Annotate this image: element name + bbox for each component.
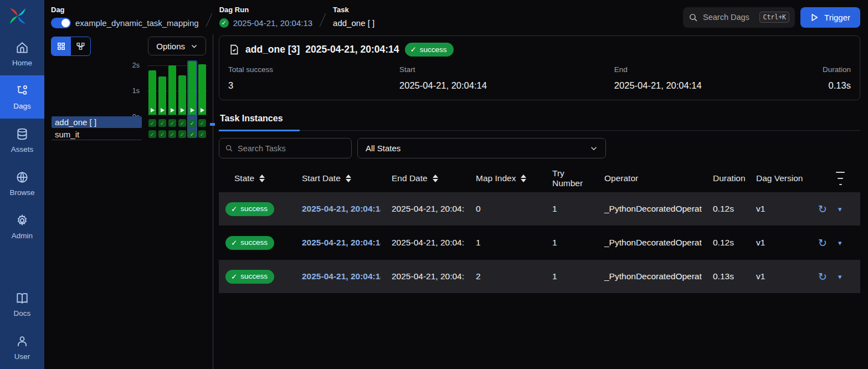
task-instance-square[interactable]: ✓ [188, 130, 196, 138]
task-run-date: 2025-04-21, 20:04:14 [305, 44, 399, 55]
book-icon [15, 291, 29, 305]
search-dags-input[interactable]: Search Dags Ctrl+K [683, 7, 795, 28]
sidebar-item-docs[interactable]: Docs [0, 283, 44, 326]
check-icon: ✓ [231, 238, 237, 247]
clear-task-icon[interactable]: ↻ [818, 271, 827, 282]
sidebar-item-label: Admin [12, 232, 33, 240]
sidebar-item-label: User [14, 352, 30, 361]
dag-pause-toggle[interactable] [51, 18, 71, 28]
task-instance-square[interactable]: ✓ [198, 130, 206, 138]
task-title: add_one [3] [245, 44, 300, 55]
run-duration-bar[interactable] [168, 65, 176, 115]
start-date-link[interactable]: 2025-04-21, 20:04:14 [291, 204, 381, 214]
grid-view-button[interactable] [52, 37, 71, 55]
clear-task-icon[interactable]: ↻ [818, 238, 827, 248]
sidebar-item-user[interactable]: User [0, 326, 44, 369]
chevron-down-icon [191, 43, 198, 50]
clear-task-icon[interactable]: ↻ [818, 204, 827, 214]
task-instance-square[interactable]: ✓ [148, 119, 156, 127]
task-name: add_one [ ] [333, 18, 374, 28]
stat-duration: Duration 0.13s [801, 65, 851, 91]
axis-tick: 1s [132, 87, 140, 95]
play-icon [201, 108, 204, 112]
dag-run-date-link[interactable]: 2025-04-21, 20:04:13 [233, 18, 312, 28]
state-filter-value: All States [366, 144, 400, 153]
task-stats: Total success 3 Start 2025-04-21, 20:04:… [228, 65, 851, 91]
task-detail-panel: add_one [3] 2025-04-21, 20:04:14 ✓ succe… [213, 34, 868, 369]
start-date-link[interactable]: 2025-04-21, 20:04:14 [291, 271, 381, 281]
sidebar-item-admin[interactable]: Admin [0, 205, 44, 248]
task-list-item-sum-it[interactable]: sum_it [52, 129, 142, 140]
task-instance-square[interactable]: ✓ [158, 119, 166, 127]
check-icon: ✓ [231, 204, 237, 213]
task-list: add_one [ ] sum_it [52, 116, 142, 141]
run-duration-bar[interactable] [148, 70, 156, 115]
column-map-index[interactable]: Map Index [465, 173, 541, 183]
sidebar-item-label: Assets [11, 145, 34, 153]
dag-name-link[interactable]: example_dynamic_task_mapping [75, 18, 199, 28]
view-toggle [51, 37, 91, 56]
column-end-date[interactable]: End Date [381, 173, 465, 183]
row-menu-caret-icon[interactable]: ▾ [838, 273, 842, 281]
search-tasks-field[interactable] [219, 138, 352, 158]
column-start-date[interactable]: Start Date [291, 173, 381, 183]
run-column: ✓ ✓ [167, 60, 177, 138]
selected-task-indicator [210, 123, 215, 126]
row-menu-caret-icon[interactable]: ▾ [838, 205, 842, 213]
map-index: 1 [465, 238, 541, 248]
run-duration-bar[interactable] [178, 75, 186, 115]
airflow-pinwheel-icon [8, 6, 28, 26]
state-filter-select[interactable]: All States [357, 138, 606, 158]
task-instance-square[interactable]: ✓ [198, 119, 206, 127]
task-instance-square[interactable]: ✓ [188, 119, 196, 127]
task-instance-square[interactable]: ✓ [178, 130, 186, 138]
sort-icon [346, 175, 351, 182]
search-dags-placeholder: Search Dags [703, 13, 754, 22]
airflow-logo[interactable] [0, 0, 44, 32]
sidebar-item-browse[interactable]: Browse [0, 162, 44, 205]
task-instance-square[interactable]: ✓ [158, 130, 166, 138]
start-date-link[interactable]: 2025-04-21, 20:04:14 [291, 238, 381, 248]
sidebar-item-label: Docs [14, 309, 31, 317]
sidebar-item-assets[interactable]: Assets [0, 119, 44, 162]
globe-icon [15, 170, 29, 184]
graph-view-button[interactable] [71, 37, 90, 55]
tab-task-instances[interactable]: Task Instances [219, 110, 284, 130]
breadcrumb-separator [320, 13, 326, 27]
options-label: Options [156, 42, 185, 51]
sidebar-item-dags[interactable]: Dags [0, 75, 44, 119]
table-row[interactable]: ✓success 2025-04-21, 20:04:14 2025-04-21… [219, 226, 860, 259]
row-menu-caret-icon[interactable]: ▾ [838, 239, 842, 247]
trigger-label: Trigger [824, 13, 850, 22]
table-row[interactable]: ✓success 2025-04-21, 20:04:14 2025-04-21… [219, 259, 860, 293]
dag-version: v1 [745, 238, 809, 248]
task-instance-square[interactable]: ✓ [168, 130, 176, 138]
run-duration-bar[interactable] [198, 64, 206, 115]
table-row[interactable]: ✓success 2025-04-21, 20:04:14 2025-04-21… [219, 192, 860, 226]
column-filter-icon[interactable] [809, 172, 860, 185]
options-button[interactable]: Options [148, 37, 206, 55]
dag-label: Dag [51, 6, 199, 14]
run-duration-bar[interactable] [188, 62, 196, 115]
search-tasks-input[interactable] [238, 144, 346, 153]
task-instance-square[interactable]: ✓ [178, 119, 186, 127]
tabs: Task Instances [219, 110, 860, 131]
sort-icon [259, 175, 265, 182]
column-state[interactable]: State [219, 173, 291, 183]
body: Options 2s 1s 0s [44, 34, 868, 369]
task-instance-square[interactable]: ✓ [148, 130, 156, 138]
task-list-item-add-one[interactable]: add_one [ ] [52, 116, 142, 128]
operator: _PythonDecoratedOperator [593, 204, 702, 214]
trigger-button[interactable]: Trigger [800, 7, 860, 28]
topbar: Dag example_dynamic_task_mapping Dag Run… [44, 0, 868, 34]
run-duration-bar[interactable] [158, 76, 166, 115]
shortcut-badge: Ctrl+K [759, 12, 789, 23]
sort-icon [521, 175, 526, 182]
column-duration: Duration [702, 173, 745, 183]
stat-start: Start 2025-04-21, 20:04:14 [399, 65, 614, 91]
task-instance-square[interactable]: ✓ [168, 119, 176, 127]
stat-end: End 2025-04-21, 20:04:14 [614, 65, 801, 91]
sidebar-item-home[interactable]: Home [0, 32, 44, 75]
try-number: 1 [541, 238, 593, 248]
duration: 0.13s [702, 271, 745, 281]
